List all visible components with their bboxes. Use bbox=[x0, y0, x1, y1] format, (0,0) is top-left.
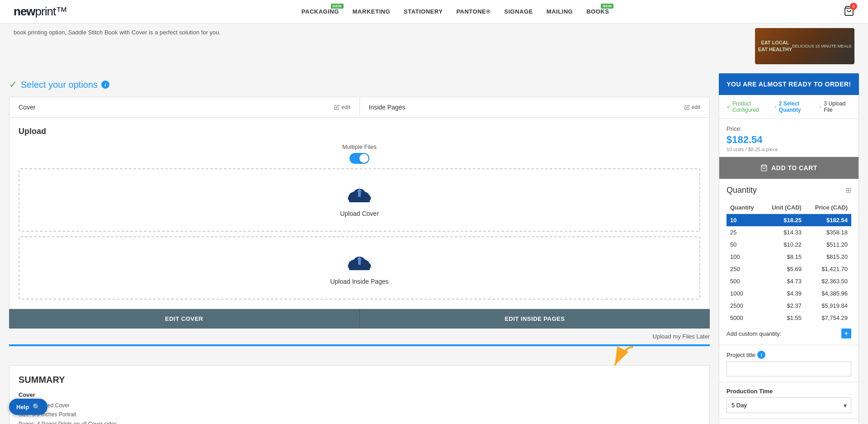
nav-badge-books: NEW bbox=[601, 4, 613, 9]
svg-rect-6 bbox=[349, 198, 370, 202]
table-row[interactable]: 100 $8.15 $815.20 bbox=[726, 251, 851, 263]
multiple-files-label: Multiple Files bbox=[342, 143, 377, 150]
qty-cell-unit: $1.55 bbox=[762, 312, 805, 324]
edit-buttons-row: EDIT COVER EDIT INSIDE PAGES bbox=[9, 309, 710, 329]
nav-pantone[interactable]: PANTONE® bbox=[456, 8, 491, 15]
hero-image: EAT LOCALEAT HEALTHYDELICIOUS 15 MINUTE … bbox=[755, 28, 854, 64]
step-check-icon: ✓ bbox=[726, 104, 731, 110]
select-options-header: ✓ Select your options i bbox=[9, 73, 710, 97]
qty-cell-price: $815.20 bbox=[805, 251, 851, 263]
nav-stationery[interactable]: STATIONERY bbox=[404, 8, 443, 15]
logo-new: new bbox=[14, 5, 35, 18]
table-row[interactable]: 5000 $1.55 $7,754.29 bbox=[726, 312, 851, 324]
upload-boxes: Upload Cover bbox=[19, 168, 700, 300]
qty-cell-qty: 1000 bbox=[726, 287, 762, 300]
upload-cover-label: Upload Cover bbox=[340, 210, 379, 217]
summary-cover-details: Paper: Coated Cover Size: 5.5 Inches Por… bbox=[19, 401, 700, 424]
table-row[interactable]: 25 $14.33 $358.18 bbox=[726, 226, 851, 238]
nav-badge-packaging: NEW bbox=[331, 4, 344, 9]
nav-books[interactable]: BOOKS NEW bbox=[586, 8, 609, 15]
nav-marketing[interactable]: MARKETING bbox=[353, 8, 390, 15]
proof-type-section: Proof Type Online Digital Proof Hard Cop… bbox=[719, 419, 859, 424]
project-title-section: Project title i bbox=[719, 345, 859, 382]
tab-inside-pages-label: Inside Pages bbox=[369, 104, 406, 111]
qty-cell-qty: 10 bbox=[726, 214, 762, 227]
edit-inside-pages-button[interactable]: EDIT INSIDE PAGES bbox=[360, 309, 710, 329]
upload-later-link[interactable]: Upload my Files Later bbox=[653, 333, 710, 340]
svg-rect-16 bbox=[358, 260, 361, 265]
edit-cover-button[interactable]: EDIT COVER bbox=[9, 309, 360, 329]
price-label: Price: bbox=[726, 125, 851, 132]
multiple-files-toggle[interactable] bbox=[349, 153, 369, 164]
table-row[interactable]: 1000 $4.39 $4,385.96 bbox=[726, 287, 851, 300]
add-to-cart-label: ADD TO CART bbox=[771, 164, 817, 172]
table-row[interactable]: 10 $18.25 $182.54 bbox=[726, 214, 851, 227]
select-options-title: Select your options bbox=[21, 80, 98, 90]
qty-cell-price: $4,385.96 bbox=[805, 287, 851, 300]
nav-mailing[interactable]: MAILING bbox=[547, 8, 573, 15]
nav-packaging[interactable]: PACKAGING NEW bbox=[302, 8, 339, 15]
info-icon[interactable]: i bbox=[101, 81, 109, 89]
qty-cell-price: $182.54 bbox=[805, 214, 851, 227]
price-sub: 10 units / $8.25 a piece bbox=[726, 147, 851, 152]
golden-arrow bbox=[597, 343, 637, 374]
qty-col-qty: Quantity bbox=[726, 201, 762, 214]
header: newprint™ PACKAGING NEW MARKETING STATIO… bbox=[0, 0, 868, 24]
qty-cell-unit: $10.22 bbox=[762, 238, 805, 251]
toggle-knob bbox=[359, 154, 368, 163]
help-button[interactable]: Help 🔍 bbox=[9, 399, 47, 415]
tab-cover[interactable]: Cover edit bbox=[9, 97, 360, 117]
custom-qty-row: Add custom quantity: + bbox=[726, 324, 851, 338]
qty-cell-unit: $5.69 bbox=[762, 263, 805, 275]
table-row[interactable]: 50 $10.22 $511.20 bbox=[726, 238, 851, 251]
cart-icon[interactable]: 0 bbox=[844, 5, 854, 18]
qty-cell-unit: $4.39 bbox=[762, 287, 805, 300]
tab-inside-pages[interactable]: Inside Pages edit bbox=[360, 97, 710, 117]
quantity-section: Quantity ⊞ Quantity Unit (CAD) Price (CA… bbox=[719, 179, 859, 345]
project-title-info-icon[interactable]: i bbox=[757, 351, 765, 359]
logo[interactable]: newprint™ bbox=[14, 5, 67, 19]
upload-title: Upload bbox=[19, 127, 700, 136]
qty-cell-unit: $18.25 bbox=[762, 214, 805, 227]
qty-cell-qty: 5000 bbox=[726, 312, 762, 324]
almost-ready-btn[interactable]: YOU ARE ALMOST READY TO ORDER! bbox=[719, 73, 859, 95]
nav-signage[interactable]: SIGNAGE bbox=[504, 8, 533, 15]
table-row[interactable]: 500 $4.73 $2,363.50 bbox=[726, 275, 851, 287]
qty-cell-qty: 100 bbox=[726, 251, 762, 263]
qty-col-unit: Unit (CAD) bbox=[762, 201, 805, 214]
upload-cover-icon bbox=[346, 183, 373, 205]
qty-cell-unit: $8.15 bbox=[762, 251, 805, 263]
qty-cell-price: $358.18 bbox=[805, 226, 851, 238]
add-custom-qty-button[interactable]: + bbox=[841, 329, 851, 338]
tabs-row: Cover edit Inside Pages edit bbox=[9, 97, 710, 118]
production-time-select[interactable]: 5 Day 3 Day 2 Day 1 Day bbox=[726, 397, 851, 413]
left-content: ✓ Select your options i Cover edit Insid… bbox=[9, 73, 710, 424]
qty-cell-qty: 25 bbox=[726, 226, 762, 238]
add-to-cart-button[interactable]: ADD TO CART bbox=[719, 157, 859, 179]
custom-qty-label: Add custom quantity: bbox=[726, 330, 781, 337]
table-row[interactable]: 250 $5.69 $1,421.70 bbox=[726, 263, 851, 275]
right-sidebar: YOU ARE ALMOST READY TO ORDER! ✓ Product… bbox=[719, 73, 859, 424]
production-time-section: Production Time 5 Day 3 Day 2 Day 1 Day bbox=[719, 382, 859, 419]
qty-cell-qty: 50 bbox=[726, 238, 762, 251]
project-title-label: Project title i bbox=[726, 351, 851, 359]
qty-cell-qty: 250 bbox=[726, 263, 762, 275]
quantity-table: Quantity Unit (CAD) Price (CAD) 10 $18.2… bbox=[726, 201, 851, 324]
table-row[interactable]: 2500 $2.37 $5,919.84 bbox=[726, 300, 851, 312]
price-section: Price: $182.54 10 units / $8.25 a piece bbox=[719, 119, 859, 157]
upload-cover-box[interactable]: Upload Cover bbox=[19, 168, 700, 232]
qty-cell-unit: $14.33 bbox=[762, 226, 805, 238]
qty-cell-unit: $2.37 bbox=[762, 300, 805, 312]
production-time-wrapper: 5 Day 3 Day 2 Day 1 Day bbox=[726, 397, 851, 413]
check-icon: ✓ bbox=[9, 79, 17, 91]
upload-inside-pages-box[interactable]: Upload Inside Pages bbox=[19, 236, 700, 300]
project-title-input[interactable] bbox=[726, 362, 851, 376]
cart-btn-icon bbox=[760, 164, 768, 172]
main-layout: ✓ Select your options i Cover edit Insid… bbox=[0, 73, 868, 424]
tab-cover-edit[interactable]: edit bbox=[334, 104, 350, 110]
qty-cell-price: $1,421.70 bbox=[805, 263, 851, 275]
upload-inside-pages-label: Upload Inside Pages bbox=[330, 278, 388, 285]
qty-cell-qty: 500 bbox=[726, 275, 762, 287]
tab-inside-pages-edit[interactable]: edit bbox=[684, 104, 700, 110]
qty-cell-qty: 2500 bbox=[726, 300, 762, 312]
